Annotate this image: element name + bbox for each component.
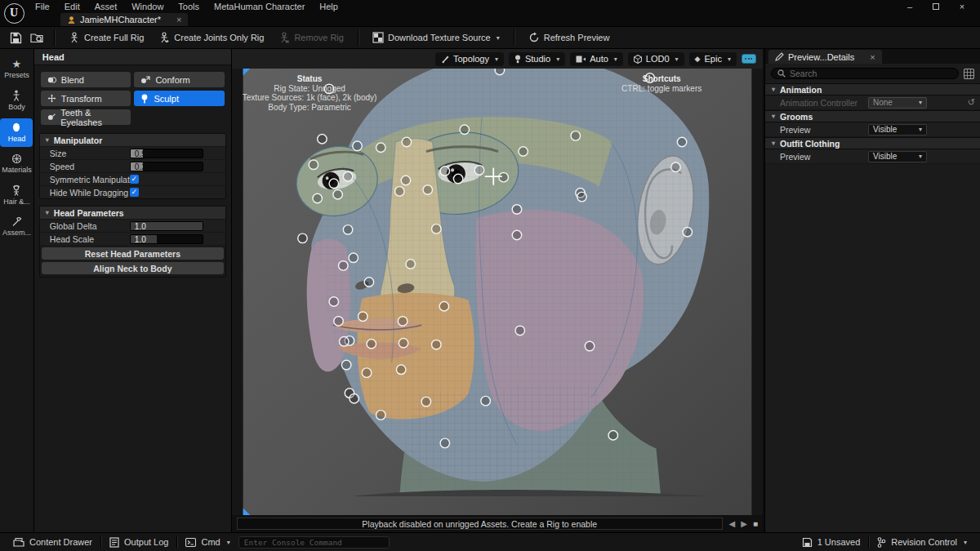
face-marker[interactable] bbox=[453, 174, 462, 183]
previous-frame-button[interactable]: ◀ bbox=[729, 519, 736, 528]
face-marker[interactable] bbox=[362, 368, 371, 377]
menu-file[interactable]: File bbox=[28, 0, 57, 13]
outfit-clothing-section-header[interactable]: ▾ Outfit Clothing bbox=[765, 137, 980, 149]
face-marker[interactable] bbox=[309, 160, 318, 169]
face-marker[interactable] bbox=[512, 205, 521, 214]
grooms-preview-dropdown[interactable]: Visible ▾ bbox=[868, 124, 927, 136]
face-marker[interactable] bbox=[481, 396, 490, 405]
cmd-dropdown[interactable]: Cmd ▾ bbox=[177, 533, 238, 551]
face-marker[interactable] bbox=[334, 317, 343, 326]
asset-tab[interactable]: JamieMHCharacter* × bbox=[60, 13, 188, 26]
topology-dropdown[interactable]: Topology ▾ bbox=[435, 52, 504, 66]
auto-quality-dropdown[interactable]: Auto ▾ bbox=[570, 52, 623, 66]
face-marker[interactable] bbox=[364, 278, 373, 287]
face-marker[interactable] bbox=[439, 301, 448, 310]
outfit-preview-dropdown[interactable]: Visible ▾ bbox=[868, 151, 927, 162]
face-marker[interactable] bbox=[677, 137, 686, 146]
menu-asset[interactable]: Asset bbox=[87, 0, 125, 13]
browse-to-asset-button[interactable] bbox=[26, 29, 47, 47]
reset-to-default-icon[interactable]: ↺ bbox=[968, 97, 975, 108]
face-marker[interactable] bbox=[571, 131, 580, 140]
face-marker[interactable] bbox=[499, 172, 508, 181]
content-drawer-button[interactable]: Content Drawer bbox=[5, 533, 100, 551]
face-marker[interactable] bbox=[519, 147, 528, 156]
rail-item-body[interactable]: Body bbox=[0, 87, 33, 115]
hide-while-dragging-checkbox[interactable]: ✓ bbox=[130, 188, 139, 197]
face-marker[interactable] bbox=[358, 312, 367, 321]
rail-item-assemble[interactable]: Assem... bbox=[0, 213, 33, 241]
save-button[interactable] bbox=[5, 29, 26, 47]
face-marker[interactable] bbox=[343, 225, 352, 234]
face-marker[interactable] bbox=[329, 179, 338, 188]
face-marker[interactable] bbox=[367, 339, 376, 348]
studio-lighting-dropdown[interactable]: Studio ▾ bbox=[509, 52, 565, 66]
mode-conform-button[interactable]: Conform bbox=[134, 72, 225, 87]
viewport-scene[interactable]: Status Rig State: Unrigged Texture Sourc… bbox=[232, 69, 763, 515]
animation-controller-dropdown[interactable]: None ▾ bbox=[868, 97, 927, 109]
face-marker[interactable] bbox=[440, 438, 449, 447]
face-marker[interactable] bbox=[608, 431, 617, 440]
face-marker[interactable] bbox=[298, 233, 307, 242]
reset-head-parameters-button[interactable]: Reset Head Parameters bbox=[42, 247, 224, 260]
details-view-options-icon[interactable] bbox=[964, 69, 974, 79]
menu-tools[interactable]: Tools bbox=[171, 0, 207, 13]
refresh-preview-button[interactable]: Refresh Preview bbox=[521, 28, 617, 47]
face-marker[interactable] bbox=[512, 230, 521, 239]
face-marker[interactable] bbox=[402, 137, 411, 146]
face-marker[interactable] bbox=[585, 341, 594, 350]
rail-item-head[interactable]: Head bbox=[0, 118, 33, 147]
search-input[interactable] bbox=[790, 69, 952, 78]
head-scale-slider[interactable]: 1.0 bbox=[130, 234, 203, 244]
face-marker[interactable] bbox=[333, 189, 342, 198]
search-box[interactable] bbox=[771, 68, 959, 79]
face-marker[interactable] bbox=[423, 185, 432, 194]
face-marker[interactable] bbox=[376, 143, 385, 152]
lod-dropdown[interactable]: LOD0 ▾ bbox=[628, 52, 684, 66]
menu-metahuman-character[interactable]: MetaHuman Character bbox=[207, 0, 312, 13]
minimize-button[interactable]: – bbox=[897, 2, 923, 11]
size-slider[interactable]: 0.96 bbox=[130, 149, 203, 158]
face-marker[interactable] bbox=[353, 141, 362, 150]
close-button[interactable]: × bbox=[949, 2, 975, 11]
mode-transform-button[interactable]: Transform bbox=[41, 91, 131, 106]
download-texture-source-button[interactable]: Download Texture Source ▾ bbox=[365, 28, 507, 47]
menu-help[interactable]: Help bbox=[312, 0, 345, 13]
face-marker[interactable] bbox=[474, 166, 483, 175]
face-marker[interactable] bbox=[329, 297, 338, 306]
face-marker[interactable] bbox=[398, 317, 407, 326]
face-marker[interactable] bbox=[318, 134, 327, 143]
face-marker[interactable] bbox=[341, 360, 350, 369]
keyboard-shortcuts-icon[interactable] bbox=[742, 54, 756, 64]
face-marker[interactable] bbox=[313, 193, 322, 202]
grooms-section-header[interactable]: ▾ Grooms bbox=[765, 110, 980, 122]
mode-blend-button[interactable]: Blend bbox=[41, 72, 131, 87]
face-marker[interactable] bbox=[338, 261, 347, 270]
face-marker[interactable] bbox=[376, 411, 385, 420]
face-marker[interactable] bbox=[431, 224, 440, 233]
tab-close-icon[interactable]: × bbox=[870, 52, 875, 62]
mode-sculpt-button[interactable]: Sculpt bbox=[134, 91, 225, 106]
face-marker[interactable] bbox=[683, 227, 692, 236]
face-marker[interactable] bbox=[495, 69, 504, 75]
face-marker[interactable] bbox=[349, 253, 358, 262]
quality-epic-dropdown[interactable]: ◆ Epic ▾ bbox=[689, 52, 737, 66]
face-marker[interactable] bbox=[399, 338, 408, 347]
face-marker[interactable] bbox=[339, 337, 348, 346]
face-marker[interactable] bbox=[350, 394, 359, 403]
menu-edit[interactable]: Edit bbox=[57, 0, 87, 13]
face-marker[interactable] bbox=[421, 397, 430, 406]
face-marker[interactable] bbox=[460, 125, 469, 134]
tab-close-icon[interactable]: × bbox=[176, 15, 181, 24]
unsaved-changes-button[interactable]: 1 Unsaved bbox=[794, 533, 869, 551]
face-marker[interactable] bbox=[396, 365, 405, 374]
rail-item-hair[interactable]: Hair &... bbox=[0, 181, 33, 210]
stop-button[interactable]: ■ bbox=[753, 519, 758, 528]
face-marker[interactable] bbox=[401, 176, 410, 184]
rail-item-materials[interactable]: Materials bbox=[0, 150, 33, 178]
animation-section-header[interactable]: ▾ Animation bbox=[765, 83, 980, 96]
face-marker[interactable] bbox=[515, 326, 524, 335]
maximize-button[interactable] bbox=[923, 2, 949, 11]
console-command-input[interactable] bbox=[238, 536, 390, 549]
manipulator-section-header[interactable]: ▾ Manipulator bbox=[40, 134, 225, 146]
face-marker[interactable] bbox=[671, 162, 680, 171]
